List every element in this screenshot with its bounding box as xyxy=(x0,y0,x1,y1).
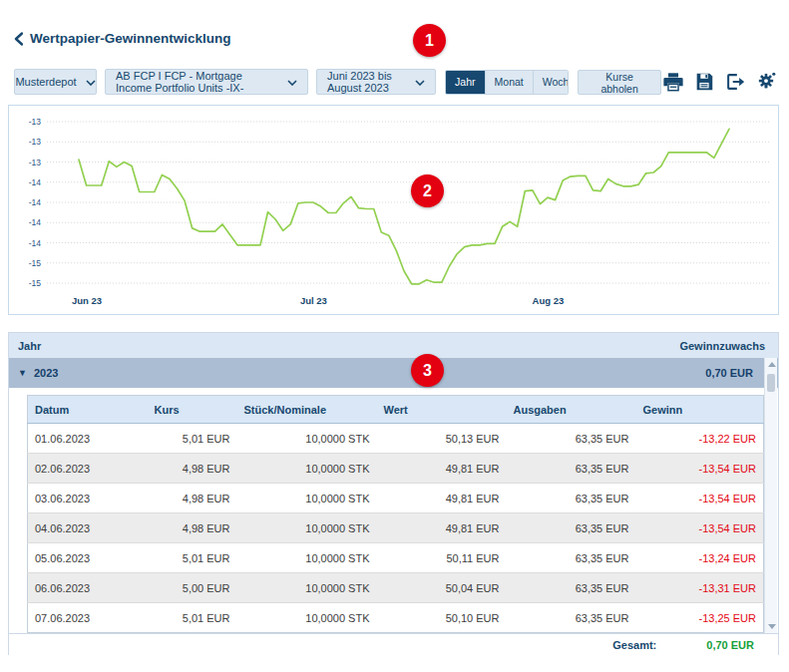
year-group-row-2023[interactable]: ▼ 2023 0,70 EUR xyxy=(9,358,778,388)
x-axis-tick-label: Aug 23 xyxy=(533,295,565,306)
cell-kurs: 4,98 EUR xyxy=(148,454,237,484)
cell-kurs: 5,01 EUR xyxy=(148,543,237,573)
chevron-down-icon xyxy=(86,76,96,88)
cell-gewinn: -13,25 EUR xyxy=(636,603,764,633)
y-axis-tick-label: -13 xyxy=(29,117,42,127)
table-row[interactable]: 05.06.20235,01 EUR10,0000 STK50,11 EUR63… xyxy=(28,543,764,573)
security-dropdown[interactable]: AB FCP I FCP - Mortgage Income Portfolio… xyxy=(105,69,308,95)
y-axis-tick-label: -14 xyxy=(29,238,42,248)
page-title: Wertpapier-Gewinnentwicklung xyxy=(30,31,231,46)
cell-datum: 03.06.2023 xyxy=(28,484,148,513)
settings-icon[interactable] xyxy=(754,70,778,94)
annotation-badge-1: 1 xyxy=(413,24,446,57)
cell-kurs: 5,01 EUR xyxy=(148,424,237,454)
cell-wert: 50,11 EUR xyxy=(377,543,507,573)
cell-datum: 05.06.2023 xyxy=(28,543,148,573)
cell-stueck: 10,0000 STK xyxy=(237,424,377,454)
year-group-value: 0,70 EUR xyxy=(705,367,753,379)
cell-ausgaben: 63,35 EUR xyxy=(507,424,636,454)
y-axis-tick-label: -14 xyxy=(29,197,42,207)
cell-gewinn: -13,54 EUR xyxy=(636,513,764,543)
cell-kurs: 4,98 EUR xyxy=(148,513,237,543)
depot-dropdown-value: Musterdepot xyxy=(15,76,76,88)
cell-gewinn: -13,24 EUR xyxy=(636,543,764,573)
cell-gewinn: -13,54 EUR xyxy=(636,484,764,513)
cell-wert: 49,81 EUR xyxy=(377,513,507,543)
column-header-stueck: Stück/Nominale xyxy=(237,396,377,424)
wertpapier-gewinnentwicklung-page: Wertpapier-Gewinnentwicklung Musterdepot… xyxy=(0,0,789,672)
security-dropdown-value: AB FCP I FCP - Mortgage Income Portfolio… xyxy=(116,70,278,94)
y-axis-tick-label: -13 xyxy=(29,158,42,168)
cell-gewinn: -13,31 EUR xyxy=(636,573,764,603)
scrollbar-thumb[interactable] xyxy=(767,374,775,392)
depot-dropdown[interactable]: Musterdepot xyxy=(14,69,97,95)
table-row[interactable]: 01.06.20235,01 EUR10,0000 STK50,13 EUR63… xyxy=(28,424,764,454)
cell-gewinn: -13,54 EUR xyxy=(636,454,764,484)
cell-ausgaben: 63,35 EUR xyxy=(507,484,636,513)
view-button-jahr[interactable]: Jahr xyxy=(446,71,485,94)
kurse-abholen-button[interactable]: Kurse abholen xyxy=(578,70,661,95)
cell-wert: 49,81 EUR xyxy=(377,454,507,484)
cell-stueck: 10,0000 STK xyxy=(237,573,377,603)
x-axis-tick-label: Jun 23 xyxy=(72,295,102,306)
y-axis-tick-label: -15 xyxy=(29,258,42,268)
group-header-row: Jahr Gewinnzuwachs xyxy=(9,333,778,358)
table-row[interactable]: 07.06.20235,01 EUR10,0000 STK50,10 EUR63… xyxy=(28,603,764,633)
gewinn-series-line xyxy=(79,129,729,283)
gewinn-table-panel: Jahr Gewinnzuwachs ▼ 2023 0,70 EUR Datum… xyxy=(8,332,779,655)
cell-ausgaben: 63,35 EUR xyxy=(507,573,636,603)
vertical-scrollbar[interactable] xyxy=(764,358,777,633)
table-row[interactable]: 02.06.20234,98 EUR10,0000 STK49,81 EUR63… xyxy=(28,454,764,484)
cell-wert: 49,81 EUR xyxy=(377,484,507,513)
group-header-right: Gewinnzuwachs xyxy=(679,340,765,352)
back-chevron-icon xyxy=(14,32,23,46)
table-header-row: DatumKursStück/NominaleWertAusgabenGewin… xyxy=(28,396,764,424)
cell-stueck: 10,0000 STK xyxy=(237,543,377,573)
view-button-woche[interactable]: Woche xyxy=(534,71,569,94)
cell-datum: 02.06.2023 xyxy=(28,454,148,484)
y-axis-tick-label: -15 xyxy=(29,278,42,288)
save-icon[interactable] xyxy=(692,70,716,94)
cell-wert: 50,10 EUR xyxy=(377,603,507,633)
y-axis-tick-label: -14 xyxy=(29,217,42,227)
period-dropdown[interactable]: Juni 2023 bis August 2023 xyxy=(316,69,436,95)
export-icon[interactable] xyxy=(723,70,747,94)
column-header-kurs: Kurs xyxy=(148,396,237,424)
cell-gewinn: -13,22 EUR xyxy=(636,424,764,454)
cell-wert: 50,04 EUR xyxy=(377,573,507,603)
view-button-monat[interactable]: Monat xyxy=(486,71,534,94)
collapse-triangle-icon[interactable]: ▼ xyxy=(18,368,27,378)
chevron-down-icon xyxy=(287,76,297,88)
scroll-down-icon[interactable] xyxy=(768,624,776,629)
cell-ausgaben: 63,35 EUR xyxy=(507,454,636,484)
annotation-badge-2: 2 xyxy=(411,174,444,207)
gesamt-label: Gesamt: xyxy=(612,639,656,651)
table-footer: Gesamt: 0,70 EUR xyxy=(9,633,778,655)
y-axis-tick-label: -14 xyxy=(29,177,42,187)
table-row[interactable]: 04.06.20234,98 EUR10,0000 STK49,81 EUR63… xyxy=(28,513,764,543)
cell-stueck: 10,0000 STK xyxy=(237,484,377,513)
column-header-wert: Wert xyxy=(377,396,507,424)
period-dropdown-value: Juni 2023 bis August 2023 xyxy=(327,70,406,94)
cell-kurs: 5,01 EUR xyxy=(148,603,237,633)
scroll-up-icon[interactable] xyxy=(768,362,776,367)
cell-ausgaben: 63,35 EUR xyxy=(507,543,636,573)
cell-datum: 01.06.2023 xyxy=(28,424,148,454)
cell-ausgaben: 63,35 EUR xyxy=(507,513,636,543)
toolbar: Musterdepot AB FCP I FCP - Mortgage Inco… xyxy=(14,69,778,95)
year-group-label: 2023 xyxy=(34,367,58,379)
cell-datum: 07.06.2023 xyxy=(28,603,148,633)
table-row[interactable]: 06.06.20235,00 EUR10,0000 STK50,04 EUR63… xyxy=(28,573,764,603)
table-row[interactable]: 03.06.20234,98 EUR10,0000 STK49,81 EUR63… xyxy=(28,484,764,513)
cell-datum: 06.06.2023 xyxy=(28,573,148,603)
cell-datum: 04.06.2023 xyxy=(28,513,148,543)
back-link[interactable]: Wertpapier-Gewinnentwicklung xyxy=(14,31,231,46)
cell-stueck: 10,0000 STK xyxy=(237,513,377,543)
cell-stueck: 10,0000 STK xyxy=(237,603,377,633)
cell-ausgaben: 63,35 EUR xyxy=(507,603,636,633)
cell-wert: 50,13 EUR xyxy=(377,424,507,454)
print-icon[interactable] xyxy=(661,70,685,94)
chevron-down-icon xyxy=(415,76,425,88)
cell-kurs: 4,98 EUR xyxy=(148,484,237,513)
annotation-badge-3: 3 xyxy=(411,354,444,387)
